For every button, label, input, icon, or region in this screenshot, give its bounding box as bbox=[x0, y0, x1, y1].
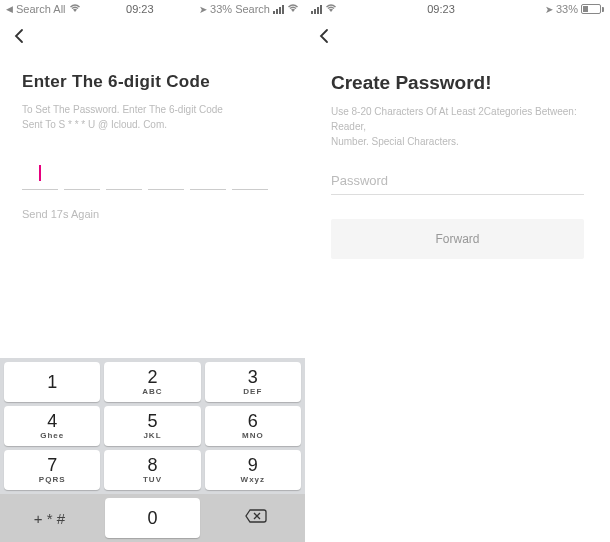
wifi-icon bbox=[287, 2, 299, 16]
key-9[interactable]: 9Wxyz bbox=[205, 450, 301, 490]
key-6[interactable]: 6MNO bbox=[205, 406, 301, 446]
key-0[interactable]: 0 bbox=[105, 498, 200, 538]
key-8[interactable]: 8TUV bbox=[104, 450, 200, 490]
code-digit-3[interactable] bbox=[106, 156, 142, 190]
forward-button[interactable]: Forward bbox=[331, 219, 584, 259]
key-2[interactable]: 2ABC bbox=[104, 362, 200, 402]
status-bar: ◀ Search All 09:23 ➤ 33% Search bbox=[0, 0, 305, 18]
battery-icon bbox=[581, 4, 604, 14]
content-area: Enter The 6-digit Code To Set The Passwo… bbox=[0, 54, 305, 220]
status-time: 09:23 bbox=[427, 3, 455, 15]
forward-button-label: Forward bbox=[435, 232, 479, 246]
key-5[interactable]: 5JKL bbox=[104, 406, 200, 446]
location-icon: ➤ bbox=[199, 4, 207, 15]
code-digit-4[interactable] bbox=[148, 156, 184, 190]
status-left: ◀ Search All bbox=[6, 2, 81, 16]
screen-create-password: 09:23 ➤ 33% Create Password! Use 8-20 Ch… bbox=[305, 0, 610, 542]
page-title: Create Password! bbox=[331, 72, 584, 94]
status-left bbox=[311, 2, 337, 16]
status-right: ➤ 33% Search bbox=[199, 2, 299, 16]
password-placeholder: Password bbox=[331, 173, 584, 188]
screen-enter-code: ◀ Search All 09:23 ➤ 33% Search Enter Th… bbox=[0, 0, 305, 542]
key-7[interactable]: 7PQRS bbox=[4, 450, 100, 490]
subtitle-line2: Sent To S * * * U @ Icloud. Com. bbox=[22, 117, 283, 132]
signal-icon bbox=[311, 5, 322, 14]
battery-pct-search: 33% Search bbox=[210, 3, 270, 15]
status-right: ➤ 33% bbox=[545, 3, 604, 15]
status-bar: 09:23 ➤ 33% bbox=[305, 0, 610, 18]
content-area: Create Password! Use 8-20 Characters Of … bbox=[305, 54, 610, 259]
key-symbols[interactable]: + * # bbox=[2, 498, 97, 538]
signal-icon bbox=[273, 5, 284, 14]
backspace-icon bbox=[244, 508, 268, 528]
code-digit-6[interactable] bbox=[232, 156, 268, 190]
battery-pct: 33% bbox=[556, 3, 578, 15]
page-title: Enter The 6-digit Code bbox=[22, 72, 283, 92]
code-input-row bbox=[22, 156, 283, 190]
code-digit-2[interactable] bbox=[64, 156, 100, 190]
key-4[interactable]: 4Ghee bbox=[4, 406, 100, 446]
key-backspace[interactable] bbox=[208, 498, 303, 538]
resend-link[interactable]: Send 17s Again bbox=[22, 208, 283, 220]
location-icon: ➤ bbox=[545, 4, 553, 15]
subtitle-line1: Use 8-20 Characters Of At Least 2Categor… bbox=[331, 104, 584, 134]
numeric-keypad: 1 2ABC 3DEF 4Ghee 5JKL 6MNO 7PQRS 8TUV 9… bbox=[0, 358, 305, 542]
back-button[interactable] bbox=[305, 18, 610, 54]
subtitle-line2: Number. Special Characters. bbox=[331, 134, 584, 149]
password-input[interactable]: Password bbox=[331, 173, 584, 195]
wifi-icon bbox=[325, 2, 337, 16]
back-button[interactable] bbox=[0, 18, 305, 54]
key-1[interactable]: 1 bbox=[4, 362, 100, 402]
key-3[interactable]: 3DEF bbox=[205, 362, 301, 402]
code-digit-5[interactable] bbox=[190, 156, 226, 190]
cursor-icon bbox=[39, 165, 41, 181]
subtitle-line1: To Set The Password. Enter The 6-digit C… bbox=[22, 102, 283, 117]
wifi-icon bbox=[69, 2, 81, 16]
code-digit-1[interactable] bbox=[22, 156, 58, 190]
status-app-name: Search All bbox=[16, 3, 66, 15]
status-time: 09:23 bbox=[126, 3, 154, 15]
back-triangle-icon: ◀ bbox=[6, 4, 13, 14]
